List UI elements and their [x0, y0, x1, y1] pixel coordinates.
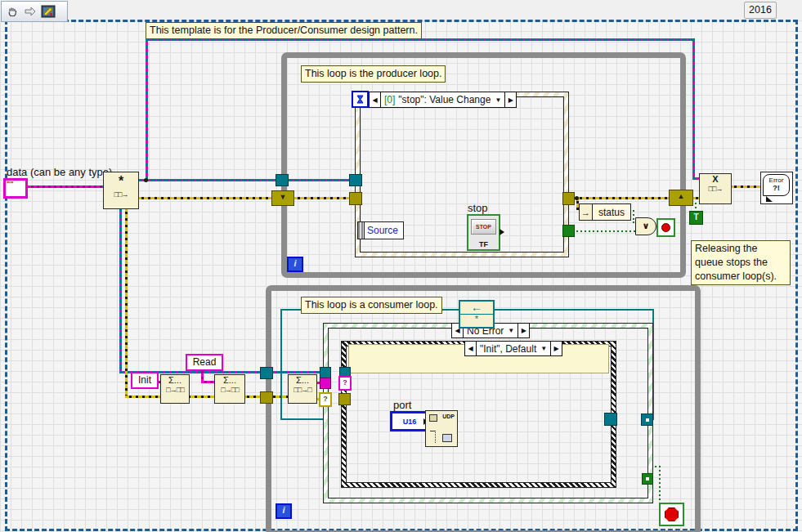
- queue-tunnel[interactable]: [349, 174, 362, 186]
- case-dropdown-icon[interactable]: ▼: [540, 345, 547, 352]
- sigma-glyph: Σ...: [289, 375, 316, 386]
- queue-tunnel[interactable]: [276, 174, 289, 186]
- shift-register-right[interactable]: ▲: [669, 190, 693, 206]
- queue-tunnel[interactable]: [260, 367, 273, 379]
- queue-glyph: □□→: [104, 190, 138, 199]
- udp-cable-icon: [430, 431, 436, 443]
- error-dialog-bubble-icon: Error ?!: [763, 174, 790, 196]
- vi-template-icon: [41, 5, 56, 18]
- true-constant[interactable]: T: [689, 211, 703, 225]
- consumer-iteration-terminal[interactable]: i: [276, 503, 292, 519]
- string-tunnel[interactable]: [320, 378, 331, 389]
- stop-button-terminal[interactable]: STOP TF: [467, 214, 500, 251]
- u16-numeric-control[interactable]: U16: [390, 411, 429, 431]
- producer-comment: This loop is the producer loop.: [301, 65, 446, 83]
- event-source-label: Source: [365, 225, 398, 236]
- lv-version-badge: 2016: [744, 2, 777, 19]
- prev-case-arrow-icon[interactable]: ◀: [370, 92, 381, 107]
- port-control-label: port: [393, 399, 411, 411]
- message-case-selector-terminal[interactable]: ?: [338, 376, 352, 391]
- or-function-node[interactable]: ∨: [635, 217, 656, 235]
- arrow-tool-button[interactable]: [21, 3, 39, 20]
- init-string-constant[interactable]: Init: [131, 372, 159, 389]
- event-case-index: [0]: [384, 94, 395, 105]
- unbundle-status-node[interactable]: → status: [579, 203, 631, 221]
- message-case-selector-header[interactable]: ◀ "Init", Default▼ ▶: [464, 341, 562, 356]
- udp-open-node[interactable]: UDP: [425, 410, 458, 447]
- template-tool-button[interactable]: [39, 3, 57, 20]
- error-tunnel[interactable]: [562, 192, 575, 205]
- dequeue-node[interactable]: Σ... □□→□: [288, 374, 317, 404]
- event-selector-header[interactable]: ◀ [0]"stop": Value Change▼ ▶: [369, 92, 517, 108]
- feedback-arrow-icon: ←: [460, 302, 493, 315]
- error-tunnel[interactable]: [338, 393, 351, 405]
- terminal-output-arrow-icon: [500, 229, 504, 235]
- sigma-glyph: Σ...: [215, 375, 244, 386]
- queue-wire[interactable]: [146, 38, 148, 180]
- feedback-node[interactable]: ← *: [459, 300, 495, 329]
- stop-terminal-label: stop: [468, 202, 488, 214]
- hourglass-icon: [356, 95, 364, 104]
- string-control-terminal[interactable]: "": [3, 178, 28, 199]
- simple-error-handler-node[interactable]: Error ?!: [760, 172, 793, 204]
- producer-iteration-terminal[interactable]: i: [287, 257, 303, 272]
- release-queue-node[interactable]: X □□→: [699, 173, 732, 204]
- next-case-arrow-icon[interactable]: ▶: [504, 92, 516, 107]
- udp-icon-part: [429, 414, 437, 422]
- producer-loop-condition-terminal[interactable]: [656, 218, 675, 237]
- read-string-constant[interactable]: Read: [186, 354, 223, 371]
- error-wire[interactable]: [125, 208, 128, 396]
- queue-wire[interactable]: [119, 208, 122, 373]
- error-wire[interactable]: [137, 197, 281, 199]
- event-case-name: "stop": Value Change: [398, 94, 491, 105]
- enqueue-read-node[interactable]: Σ... □→□□: [214, 374, 245, 404]
- enqueue-glyph: □→□□: [161, 386, 189, 395]
- error-dialog-text2: ?!: [764, 185, 789, 192]
- hand-icon: [7, 6, 19, 18]
- prev-case-arrow-icon[interactable]: ◀: [465, 342, 477, 355]
- floating-toolbar: [1, 1, 68, 22]
- data-control-label: data (can be any type): [7, 166, 112, 178]
- feedback-init-icon: *: [460, 315, 493, 324]
- stop-button-text: STOP: [476, 224, 491, 230]
- next-case-arrow-icon[interactable]: ▶: [550, 342, 562, 355]
- event-timeout-terminal[interactable]: [352, 91, 369, 108]
- shift-register-left[interactable]: ▼: [271, 190, 294, 206]
- queue-tunnel[interactable]: [320, 367, 331, 378]
- error-tunnel[interactable]: [260, 391, 273, 404]
- stop-boolean-type: TF: [468, 240, 499, 248]
- block-diagram-canvas[interactable]: 2016 ◀ [0]"stop": Valu: [0, 0, 802, 532]
- dequeue-glyph: □□→□: [289, 386, 316, 395]
- error-tunnel[interactable]: [349, 192, 362, 205]
- release-comment: Releasing the queue stops the consumer l…: [691, 240, 791, 285]
- stop-circle-icon: [661, 223, 670, 232]
- status-element-label: status: [593, 204, 630, 220]
- error-wire[interactable]: [730, 186, 762, 188]
- boolean-tunnel-default[interactable]: [642, 473, 653, 485]
- message-case-name: "Init", Default: [480, 343, 536, 355]
- case-dropdown-icon[interactable]: ▼: [495, 96, 501, 104]
- pan-hand-tool-button[interactable]: [3, 3, 21, 20]
- event-data-node[interactable]: Source: [357, 221, 404, 239]
- consumer-comment: This loop is a consumer loop.: [301, 297, 442, 314]
- release-queue-icon: X: [700, 174, 731, 185]
- string-wire[interactable]: [22, 186, 103, 188]
- error-case-selector-terminal[interactable]: ?: [319, 392, 332, 407]
- udp-monitor-icon: [442, 434, 452, 442]
- boolean-tunnel[interactable]: [562, 225, 575, 237]
- queue-tunnel-default[interactable]: [641, 414, 653, 426]
- u16-type-text: U16: [403, 418, 417, 426]
- queue-wire[interactable]: [692, 38, 695, 179]
- case-dropdown-icon[interactable]: ▼: [508, 327, 514, 334]
- udp-label: UDP: [442, 414, 455, 419]
- obtain-queue-icon: *: [104, 172, 138, 190]
- next-case-arrow-icon[interactable]: ▶: [517, 324, 529, 338]
- consumer-loop-condition-terminal[interactable]: [659, 503, 684, 526]
- queue-tunnel[interactable]: [604, 413, 617, 426]
- enqueue-glyph: □→□□: [215, 386, 244, 395]
- stop-sign-icon: [665, 507, 679, 521]
- arrow-icon: [24, 6, 37, 17]
- obtain-queue-node[interactable]: * □□→: [103, 172, 139, 209]
- enqueue-init-node[interactable]: Σ... □→□□: [160, 374, 190, 404]
- stop-button-face: STOP: [471, 219, 496, 235]
